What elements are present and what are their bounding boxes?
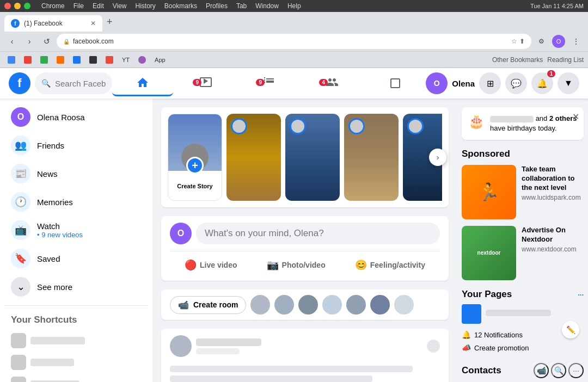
menu-edit[interactable]: Edit	[93, 2, 104, 10]
active-tab[interactable]: f (1) Facebook ✕	[4, 15, 102, 32]
url-bar[interactable]: 🔒 facebook.com ☆ ⬆	[57, 34, 531, 49]
ad-info-nextdoor: Advertise On Nextdoor www.nextdoor.com	[522, 226, 584, 280]
bell-icon: 🔔	[462, 330, 471, 339]
profile-avatar: O	[11, 107, 30, 127]
other-bookmarks-label[interactable]: Other Bookmarks	[492, 56, 543, 64]
bookmark-item[interactable]	[37, 55, 51, 65]
story-card-3[interactable]	[285, 114, 340, 201]
sidebar-item-profile[interactable]: O Olena Roosa	[4, 103, 148, 131]
ad-card-lucidspark[interactable]: 🏃 Take team collaboration to the next le…	[462, 165, 584, 219]
menu-window[interactable]: Window	[255, 2, 279, 10]
sidebar-item-friends[interactable]: 👥 Friends	[4, 131, 148, 159]
bookmark-item[interactable]	[70, 55, 84, 65]
feeling-activity-button[interactable]: 😊 Feeling/activity	[348, 256, 432, 274]
sidebar-item-watch[interactable]: 📺 Watch • 9 new videos	[4, 216, 148, 244]
create-story-card[interactable]: + Create Story	[168, 114, 222, 201]
post-input[interactable]	[196, 223, 440, 244]
contacts-search-button[interactable]: 🔍	[551, 363, 566, 378]
nav-home[interactable]	[112, 70, 173, 96]
extensions-button[interactable]: ⚙	[534, 34, 549, 49]
contacts-more-button[interactable]: ···	[568, 363, 584, 378]
pages-see-more[interactable]: ···	[578, 291, 584, 299]
shortcut-1[interactable]	[4, 330, 148, 352]
photo-video-label: Photo/video	[282, 261, 326, 269]
shortcut-3[interactable]	[4, 373, 148, 382]
apps-menu-button[interactable]: ⊞	[479, 72, 501, 94]
nav-groups[interactable]: 4	[302, 70, 363, 96]
notifications-button[interactable]: 🔔 1	[531, 72, 553, 94]
live-video-label: Live video	[200, 261, 237, 269]
sidebar-item-news[interactable]: 📰 News	[4, 159, 148, 188]
stories-next-button[interactable]: ›	[429, 149, 442, 166]
menu-history[interactable]: History	[136, 2, 156, 10]
contacts-title: Contacts 📹 🔍 ···	[462, 363, 584, 378]
post-more-options[interactable]	[427, 340, 440, 353]
menu-file[interactable]: File	[74, 2, 84, 10]
bookmark-item[interactable]	[102, 55, 117, 65]
ad-card-nextdoor[interactable]: nextdoor Advertise On Nextdoor www.nextd…	[462, 226, 584, 280]
menu-button[interactable]: ⋮	[568, 34, 584, 49]
photo-video-button[interactable]: 📷 Photo/video	[260, 256, 332, 274]
nav-watch[interactable]: 9	[175, 70, 236, 96]
menu-help[interactable]: Help	[287, 2, 301, 10]
menu-view[interactable]: View	[113, 2, 127, 10]
back-button[interactable]: ‹	[4, 34, 20, 49]
story-card-4[interactable]	[344, 114, 399, 201]
share-button[interactable]: ⬆	[519, 38, 525, 45]
new-tab-button[interactable]: +	[102, 16, 117, 28]
shortcut-2[interactable]	[4, 352, 148, 373]
window-controls[interactable]	[4, 3, 30, 9]
marketplace-badge: 9	[256, 79, 265, 86]
create-promotion-row[interactable]: 📣 Create promotion	[462, 341, 584, 354]
bookmark-item[interactable]	[135, 55, 149, 65]
menu-tab[interactable]: Tab	[236, 2, 247, 10]
story-card-2[interactable]	[226, 114, 281, 201]
search-icon: 🔍	[41, 79, 51, 88]
close-button[interactable]	[4, 3, 11, 9]
sidebar-item-see-more[interactable]: ⌄ See more	[4, 273, 148, 301]
menu-chrome[interactable]: Chrome	[41, 2, 65, 10]
username-label: Olena	[452, 79, 475, 88]
bookmark-item[interactable]: App	[151, 56, 169, 64]
user-avatar: O	[426, 72, 448, 94]
shortcuts-title: Your Shortcuts	[4, 310, 148, 330]
profile-button[interactable]: O	[551, 34, 566, 49]
tab-close-button[interactable]: ✕	[90, 20, 96, 27]
bookmark-item[interactable]	[86, 55, 100, 65]
sidebar-item-saved[interactable]: 🔖 Saved	[4, 244, 148, 273]
post-header	[161, 329, 449, 361]
forward-button[interactable]: ›	[22, 34, 37, 49]
bookmark-page-button[interactable]: ☆	[511, 38, 517, 45]
post-meta	[196, 338, 422, 354]
create-room-button[interactable]: 📹 Create room	[170, 296, 246, 314]
birthday-close-button[interactable]: ✕	[572, 112, 579, 122]
reload-button[interactable]: ↺	[39, 34, 54, 49]
birthday-text-suffix: and	[536, 114, 549, 122]
live-video-button[interactable]: 🔴 Live video	[178, 256, 243, 274]
menu-profiles[interactable]: Profiles	[206, 2, 228, 10]
search-bar[interactable]: 🔍	[35, 72, 112, 94]
bookmark-item[interactable]	[53, 55, 68, 65]
fullscreen-button[interactable]	[24, 3, 30, 9]
bookmark-item[interactable]: YT	[119, 56, 133, 64]
contacts-video-call-button[interactable]: 📹	[534, 363, 549, 378]
shortcut-icon-2	[11, 355, 26, 370]
nav-marketplace[interactable]: 9	[238, 70, 299, 96]
promotion-icon: 📣	[462, 343, 471, 352]
sidebar-item-memories[interactable]: 🕐 Memories	[4, 188, 148, 216]
messenger-button[interactable]: 💬	[505, 72, 527, 94]
your-pages-title: Your Pages ···	[462, 289, 584, 300]
account-menu-button[interactable]: ▼	[558, 72, 579, 94]
fb-main: O Olena Roosa 👥 Friends 📰 News 🕐 Memorie…	[0, 98, 588, 382]
nav-gaming[interactable]	[365, 70, 426, 96]
compose-message-button[interactable]: ✏️	[562, 321, 579, 338]
bookmark-item[interactable]	[4, 55, 19, 65]
reading-list-label[interactable]: Reading List	[547, 56, 584, 64]
user-row[interactable]: O Olena	[426, 72, 475, 94]
fb-feed: + Create Story	[152, 98, 457, 382]
menu-bookmarks[interactable]: Bookmarks	[164, 2, 197, 10]
minimize-button[interactable]	[14, 3, 21, 9]
your-pages-label: Your Pages	[462, 289, 512, 300]
search-input[interactable]	[55, 79, 106, 88]
bookmark-item[interactable]	[21, 55, 35, 65]
